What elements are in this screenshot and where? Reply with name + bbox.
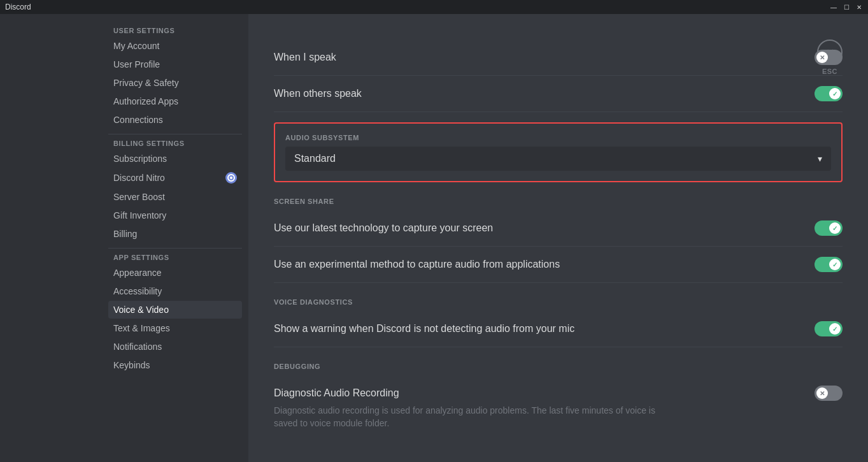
diagnostic-audio-top: Diagnostic Audio Recording ✕ xyxy=(274,386,843,401)
screen-share-latest-toggle[interactable]: ✓ xyxy=(815,220,843,236)
sidebar-item-my-account[interactable]: My Account xyxy=(108,37,242,55)
sidebar-item-discord-nitro[interactable]: Discord Nitro xyxy=(108,168,242,187)
sidebar-item-label: Billing xyxy=(113,229,137,239)
toggle-check-icon: ✓ xyxy=(832,225,837,232)
sidebar-item-server-boost[interactable]: Server Boost xyxy=(108,188,242,206)
sidebar-item-label: Discord Nitro xyxy=(113,173,165,183)
toggle-x-icon: ✕ xyxy=(820,54,825,61)
toggle-knob: ✓ xyxy=(829,323,841,335)
content-area: ✕ ESC When I speak ✕ When others speak ✓… xyxy=(248,14,868,462)
diagnostic-audio-toggle[interactable]: ✕ xyxy=(815,386,843,401)
nitro-badge-icon xyxy=(225,172,237,184)
toggle-check-icon: ✓ xyxy=(832,326,837,333)
sidebar-item-user-profile[interactable]: User Profile xyxy=(108,55,242,73)
sidebar-item-label: Keybinds xyxy=(113,360,150,370)
diagnostic-audio-description: Diagnostic audio recording is used for a… xyxy=(274,405,669,430)
when-others-speak-row: When others speak ✓ xyxy=(274,76,843,112)
voice-diagnostics-label: Show a warning when Discord is not detec… xyxy=(274,323,574,335)
sidebar-item-keybinds[interactable]: Keybinds xyxy=(108,356,242,374)
audio-subsystem-value: Standard xyxy=(294,153,336,164)
sidebar-item-label: User Profile xyxy=(113,59,160,69)
sidebar-item-label: My Account xyxy=(113,41,159,51)
sidebar-item-privacy-safety[interactable]: Privacy & Safety xyxy=(108,74,242,92)
sidebar-item-notifications[interactable]: Notifications xyxy=(108,338,242,356)
sidebar-item-subscriptions[interactable]: Subscriptions xyxy=(108,150,242,168)
app-title: Discord xyxy=(5,3,31,11)
sidebar-item-label: Accessibility xyxy=(113,286,162,296)
sidebar-item-label: Appearance xyxy=(113,268,162,278)
sidebar-item-connections[interactable]: Connections xyxy=(108,111,242,129)
screen-share-section-label: SCREEN SHARE xyxy=(274,198,843,205)
esc-label: ESC xyxy=(822,68,837,75)
diagnostic-audio-label: Diagnostic Audio Recording xyxy=(274,387,399,399)
debugging-section-label: DEBUGGING xyxy=(274,363,843,370)
voice-diagnostics-toggle[interactable]: ✓ xyxy=(815,321,843,336)
close-button[interactable]: ✕ xyxy=(855,3,863,11)
toggle-knob: ✓ xyxy=(829,259,841,270)
sidebar-item-label: Privacy & Safety xyxy=(113,78,179,88)
toggle-check-icon: ✓ xyxy=(832,90,837,97)
screen-share-latest-label: Use our latest technology to capture you… xyxy=(274,222,493,234)
sidebar-inner: USER SETTINGS My Account User Profile Pr… xyxy=(108,27,248,375)
sidebar-item-label: Connections xyxy=(113,115,163,125)
toggle-x-icon: ✕ xyxy=(820,390,825,397)
screen-share-experimental-label: Use an experimental method to capture au… xyxy=(274,259,560,270)
when-i-speak-label: When I speak xyxy=(274,52,336,63)
toggle-knob: ✕ xyxy=(816,52,828,63)
titlebar: Discord — ☐ ✕ xyxy=(0,0,868,14)
sidebar-item-accessibility[interactable]: Accessibility xyxy=(108,282,242,300)
chevron-down-icon: ▾ xyxy=(818,154,822,164)
svg-point-2 xyxy=(230,177,232,179)
sidebar-item-gift-inventory[interactable]: Gift Inventory xyxy=(108,206,242,224)
maximize-button[interactable]: ☐ xyxy=(843,3,850,11)
sidebar-item-voice-video[interactable]: Voice & Video xyxy=(108,301,242,319)
toggle-knob: ✓ xyxy=(829,222,841,234)
screen-share-experimental-toggle[interactable]: ✓ xyxy=(815,257,843,272)
diagnostic-audio-row: Diagnostic Audio Recording ✕ Diagnostic … xyxy=(274,375,843,440)
when-others-speak-label: When others speak xyxy=(274,88,362,99)
toggle-knob: ✕ xyxy=(816,387,828,399)
divider-app xyxy=(108,248,242,249)
sidebar: USER SETTINGS My Account User Profile Pr… xyxy=(0,14,248,462)
app-settings-label: APP SETTINGS xyxy=(108,254,242,261)
sidebar-item-label: Server Boost xyxy=(113,192,165,202)
when-i-speak-row: When I speak ✕ xyxy=(274,40,843,76)
sidebar-item-appearance[interactable]: Appearance xyxy=(108,264,242,282)
voice-diagnostics-row: Show a warning when Discord is not detec… xyxy=(274,311,843,347)
screen-share-experimental-row: Use an experimental method to capture au… xyxy=(274,247,843,283)
divider-billing xyxy=(108,134,242,134)
audio-subsystem-dropdown[interactable]: Standard ▾ xyxy=(285,147,831,171)
main-layout: USER SETTINGS My Account User Profile Pr… xyxy=(0,14,868,462)
sidebar-item-label: Notifications xyxy=(113,342,162,352)
toggle-knob: ✓ xyxy=(829,88,841,99)
sidebar-item-label: Gift Inventory xyxy=(113,210,166,220)
sidebar-item-label: Voice & Video xyxy=(113,305,169,315)
audio-subsystem-section-label: AUDIO SUBSYSTEM xyxy=(285,134,831,141)
minimize-button[interactable]: — xyxy=(830,3,837,11)
sidebar-item-billing[interactable]: Billing xyxy=(108,225,242,243)
window-controls: — ☐ ✕ xyxy=(830,3,863,11)
sidebar-item-label: Text & Images xyxy=(113,323,170,333)
user-settings-label: USER SETTINGS xyxy=(108,27,242,34)
billing-settings-label: BILLING SETTINGS xyxy=(108,140,242,147)
voice-diagnostics-section-label: VOICE DIAGNOSTICS xyxy=(274,298,843,306)
when-i-speak-toggle[interactable]: ✕ xyxy=(815,50,843,65)
when-others-speak-toggle[interactable]: ✓ xyxy=(815,86,843,101)
sidebar-item-label: Authorized Apps xyxy=(113,96,178,106)
sidebar-item-text-images[interactable]: Text & Images xyxy=(108,319,242,337)
toggle-check-icon: ✓ xyxy=(832,261,837,268)
sidebar-item-authorized-apps[interactable]: Authorized Apps xyxy=(108,92,242,110)
audio-subsystem-box: AUDIO SUBSYSTEM Standard ▾ xyxy=(274,122,843,182)
screen-share-latest-row: Use our latest technology to capture you… xyxy=(274,210,843,247)
sidebar-item-label: Subscriptions xyxy=(113,154,167,164)
